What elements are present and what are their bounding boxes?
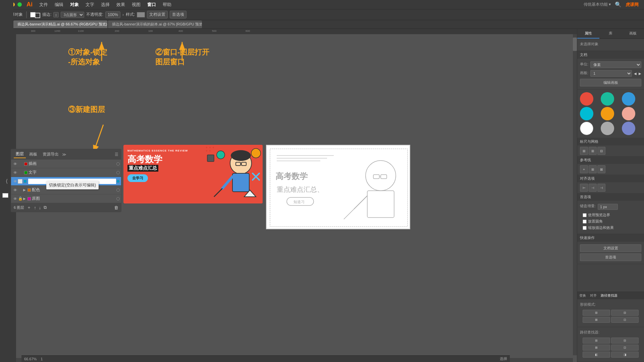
tab-2[interactable]: 插边风-banner演示稿的副本.ai @ 67% [RGB/GPU 预览] ✕ [108,20,202,28]
layer-3-lock[interactable] [18,187,23,193]
preview-bounds-check[interactable] [583,213,587,217]
prefs-action-btn[interactable]: 首选项 [580,253,641,261]
stroke-style-select[interactable]: 3点圆形 [61,12,84,18]
layer-4-visibility[interactable]: 👁 [12,196,18,201]
rp-tab-properties[interactable]: 属性 [577,29,599,39]
rp-tab-library[interactable]: 库 [599,29,622,39]
canvas-select[interactable]: 1 [590,70,632,77]
pf-btn-6[interactable]: ◨ [611,352,639,358]
refs-btn-1[interactable]: + [580,165,588,173]
pf-btn-5[interactable]: ◧ [583,352,610,358]
refs-btn-2[interactable]: ⊞ [589,165,597,173]
layer-1-visibility[interactable]: 👁 [12,170,18,175]
canvas-area[interactable]: 300 1200 1100 200 100 400 500 600 ①对象-锁定… [11,29,577,362]
layer-2-lock[interactable] [18,179,22,184]
rp-btab-align[interactable]: 对齐 [588,292,599,299]
path-finder-buttons: ⊞ ⊟ ⊠ ⊡ ◧ ◨ [580,336,641,359]
move-up-btn[interactable]: ↑ [34,205,36,210]
scrollbar-vertical[interactable] [573,34,577,355]
canvas-nav-right[interactable]: ▶ [639,72,641,75]
pf-btn-4[interactable]: ⊡ [611,345,639,351]
marks-btn-3[interactable]: ⊟ [597,147,605,155]
menu-text[interactable]: 文字 [83,2,97,8]
align-btn-3[interactable]: ⊣ [597,184,605,192]
stroke-swatch[interactable] [35,13,40,18]
menu-help[interactable]: 帮助 [160,2,174,8]
scrollbar-thumb-vertical[interactable] [573,38,577,51]
panel-tab-export[interactable]: 资源导出 [41,151,61,158]
workspace-selector[interactable]: 传统基本功能 ▾ [584,2,611,7]
pf-btn-3[interactable]: ⊠ [583,345,610,351]
pf-btn-1[interactable]: ⊞ [583,338,610,344]
new-layer-btn[interactable]: ＋ [27,204,31,210]
menu-edit[interactable]: 编辑 [52,2,66,8]
menu-object[interactable]: 对象 [67,2,82,8]
layer-0-visibility[interactable]: 👁 [12,161,18,167]
fill-stroke-control[interactable] [30,11,40,18]
menu-window[interactable]: 窗口 [145,2,159,8]
fill-tool[interactable] [2,193,8,198]
panel-menu-btn[interactable]: ☰ [115,152,118,157]
swatch-blue[interactable] [622,92,635,106]
search-icon[interactable]: 🔍 [615,1,622,8]
marks-btn-2[interactable]: ⊞ [589,147,597,155]
align-btn-1[interactable]: ⊢ [580,184,588,192]
swatch-peach[interactable] [622,107,635,120]
shape-minus-btn[interactable]: ⊟ [611,310,639,316]
layer-row-4[interactable]: 👁 🔒 ▶ 原图 [11,194,121,203]
opacity-value[interactable]: 100% [105,11,120,18]
rp-btab-pathfinder[interactable]: 路径查找器 [599,292,620,299]
panel-tab-layers[interactable]: 图层 [14,150,26,158]
swatch-cyan[interactable] [580,107,593,120]
menu-view[interactable]: 视图 [129,2,143,8]
maximize-button[interactable] [17,2,22,7]
unit-select[interactable]: 像素 [590,61,641,68]
layer-3-expand[interactable]: ▶ [23,188,26,192]
shape-exclude-btn[interactable]: ⊡ [611,317,639,323]
banner-cta-btn[interactable]: 去学习 [127,174,148,182]
marks-btn-1[interactable]: ⊞ [580,147,588,155]
swatch-purple[interactable] [622,122,635,135]
edit-canvas-btn[interactable]: 编辑画板 [580,79,641,86]
layer-4-expand[interactable]: ▶ [23,197,26,200]
round-corners-check[interactable] [583,220,587,224]
snap-effects-check[interactable] [583,226,587,230]
tab-1[interactable]: 插边风-banner演示精品.ai @ 66.67% (RGB/GPU 预览) … [13,20,107,28]
align-btn-2[interactable]: ⊣ [589,184,597,192]
style-swatch[interactable] [137,12,145,17]
pf-btn-2[interactable]: ⊟ [611,338,639,344]
swatch-red[interactable] [580,92,593,106]
layer-1-lock[interactable] [18,170,23,175]
canvas-nav-left[interactable]: ◀ [634,72,637,75]
nudge-input[interactable] [598,204,618,210]
layer-row-0[interactable]: 👁 插画 [11,160,121,168]
menu-select[interactable]: 选择 [98,2,112,8]
move-down-btn[interactable]: ↓ [39,205,41,210]
layer-0-lock[interactable] [18,161,23,167]
layer-4-lock[interactable]: 🔒 [18,196,23,201]
swatch-teal[interactable] [601,92,614,106]
swatch-white[interactable] [580,122,593,135]
rp-btab-transform[interactable]: 变换 [577,292,588,299]
layer-3-visibility[interactable]: 👁 [12,187,18,193]
doc-settings-btn[interactable]: 文档设置 [147,11,168,18]
layer-2-visibility[interactable]: 👁 [12,179,18,184]
swatch-orange[interactable] [601,107,614,120]
panel-expand-btn[interactable]: ≫ [62,152,66,157]
menu-file[interactable]: 文件 [37,2,51,8]
doc-settings-action-btn[interactable]: 文档设置 [580,244,641,252]
refs-btn-3[interactable]: ⊠ [597,165,605,173]
menu-effect[interactable]: 效果 [114,2,128,8]
shape-intersect-btn[interactable]: ⊠ [583,317,610,323]
layer-row-1[interactable]: 👁 文字 [11,168,121,177]
delete-layer-btn[interactable]: 🗑 [114,205,118,210]
zoom-level[interactable]: 66.67% [24,357,37,361]
swatch-gray[interactable] [601,122,614,135]
shape-unite-btn[interactable]: ⊞ [583,310,610,316]
preferences-btn[interactable]: 首选项 [170,11,186,18]
rp-tab-artboard[interactable]: 画板 [622,29,644,39]
stroke-selector[interactable]: ↕ [53,12,59,17]
tab-scroll-left[interactable]: ⟨ [6,178,8,184]
duplicate-layer-btn[interactable]: ⧉ [44,205,47,210]
panel-tab-artboards[interactable]: 画板 [27,151,39,158]
